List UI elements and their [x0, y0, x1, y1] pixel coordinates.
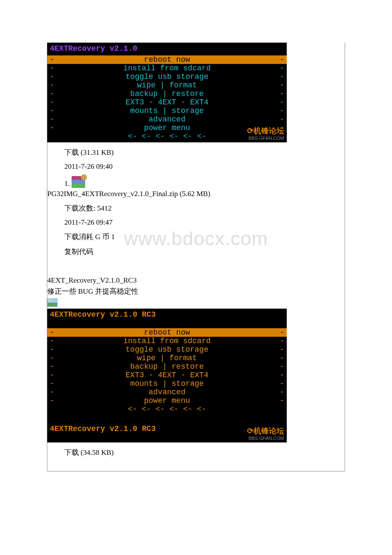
- recov1-item: -advanced-: [47, 115, 287, 124]
- date-1: 2011-7-26 09:40: [47, 162, 345, 171]
- recov1-item: -wipe | format-: [47, 81, 287, 90]
- recov2-item: -toggle usb storage-: [47, 345, 287, 354]
- recov2-arrows: <- <- <- <- <- <-: [47, 405, 287, 415]
- recov1-item: -mounts | storage-: [47, 107, 287, 115]
- copy-code-link[interactable]: 复制代码: [47, 247, 345, 257]
- recov1-item: -install from sdcard-: [47, 64, 287, 72]
- zip-filename[interactable]: PG32IMG_4EXTRecovery_v2.1.0_Final.zip (5…: [47, 190, 345, 198]
- recov1-menu-highlight: - reboot now -: [47, 55, 287, 64]
- archive-icon: [72, 176, 85, 188]
- recov2-item: -advanced-: [47, 388, 287, 396]
- recovery-screenshot-1: 4EXTRecovery v2.1.0 - reboot now - -inst…: [47, 43, 287, 142]
- recov2-title: 4EXTRecovery v2.1.0 RC3: [47, 309, 287, 321]
- gfan-watermark: ⟳机锋论坛 BBS.GFAN.COM: [247, 127, 284, 141]
- date-2: 2011-7-26 09:47: [47, 218, 345, 227]
- recov1-item: -EXT3 - 4EXT - EXT4-: [47, 98, 287, 107]
- recov2-item: -power menu-: [47, 396, 287, 405]
- recov2-item: -EXT3 - 4EXT - EXT4-: [47, 371, 287, 379]
- recov1-title: 4EXTRecovery v2.1.0: [47, 43, 287, 55]
- download-link-1[interactable]: 下载 (31.31 KB): [47, 147, 345, 157]
- recov1-item: -toggle usb storage-: [47, 72, 287, 81]
- recov1-item: -backup | restore-: [47, 90, 287, 98]
- recov2-item: -install from sdcard-: [47, 337, 287, 345]
- section2-title: 4EXT_Recovery_V2.1.0_RC3: [47, 276, 345, 285]
- recovery-screenshot-2: 4EXTRecovery v2.1.0 RC3 - reboot now - -…: [47, 309, 287, 442]
- download-cost: 下载消耗 G 币 1: [47, 232, 345, 242]
- download-count: 下载次数: 5412: [47, 203, 345, 213]
- recov2-item: -backup | restore-: [47, 362, 287, 371]
- recov2-item: -mounts | storage-: [47, 379, 287, 388]
- recov2-item: -wipe | format-: [47, 354, 287, 362]
- gfan-watermark: ⟳机锋论坛 BBS.GFAN.COM: [247, 427, 284, 441]
- download-link-2[interactable]: 下载 (34.58 KB): [47, 448, 345, 457]
- recov2-menu-highlight: - reboot now -: [47, 328, 287, 337]
- section2-desc: 修正一些 BUG 并提高稳定性: [47, 286, 345, 296]
- attachment-list-item: 1.: [47, 176, 345, 188]
- broken-image-icon: [47, 298, 345, 307]
